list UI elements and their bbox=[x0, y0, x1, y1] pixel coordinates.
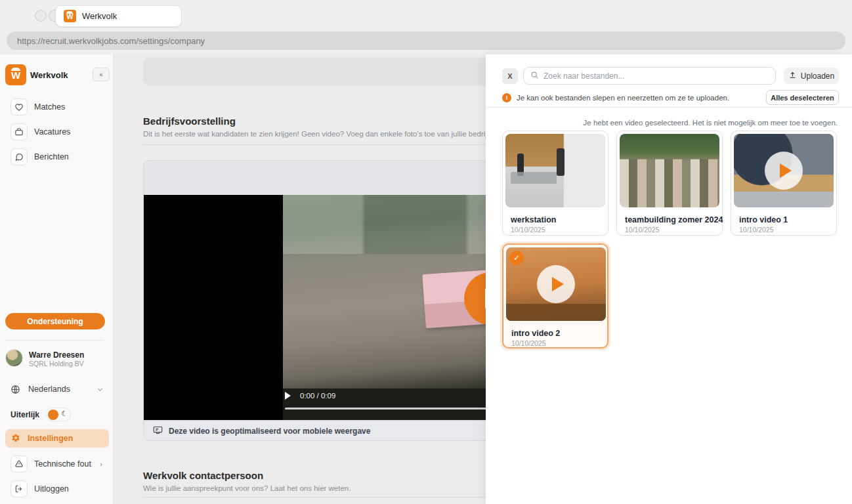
video-controls: 0:00 / 0:09 bbox=[285, 392, 335, 400]
file-picker-panel: X Uploaden ! Je kan ook bestanden slepen… bbox=[486, 54, 852, 504]
file-thumbnail bbox=[620, 134, 719, 207]
gear-icon bbox=[11, 433, 21, 444]
url-bar[interactable]: https://recruit.werkvolkjobs.com/setting… bbox=[7, 32, 845, 50]
close-panel-button[interactable]: X bbox=[502, 68, 518, 84]
language-label: Nederlands bbox=[28, 385, 89, 394]
upload-icon bbox=[788, 71, 797, 81]
deselect-all-button[interactable]: Alles deselecteren bbox=[766, 90, 839, 105]
sidebar-item-label: Matches bbox=[34, 102, 65, 112]
sidebar-divider bbox=[5, 340, 104, 341]
sidebar-item-technische-fout[interactable]: Technische fout › bbox=[5, 455, 109, 473]
panel-divider bbox=[486, 107, 852, 108]
info-text: Je kan ook bestanden slepen en neerzette… bbox=[517, 94, 729, 102]
sidebar-item-label: Berichten bbox=[34, 152, 69, 161]
heart-icon bbox=[11, 98, 28, 116]
upload-button[interactable]: Uploaden bbox=[784, 68, 839, 84]
file-thumbnail bbox=[734, 134, 834, 207]
file-date: 10/10/2025 bbox=[739, 226, 774, 234]
language-selector[interactable]: Nederlands bbox=[11, 381, 104, 397]
file-card-intro-video-2[interactable]: ✓ intro video 2 10/10/2025 bbox=[502, 243, 608, 348]
video-time: 0:00 / 0:09 bbox=[300, 392, 335, 400]
file-date: 10/10/2025 bbox=[625, 226, 660, 234]
video-note-text: Deze video is geoptimaliseerd voor mobie… bbox=[169, 427, 370, 436]
file-card-intro-video-1[interactable]: intro video 1 10/10/2025 bbox=[731, 131, 837, 236]
user-name: Warre Dreesen bbox=[29, 350, 84, 360]
file-name: intro video 1 bbox=[739, 215, 788, 224]
file-card-werkstation[interactable]: werkstation 10/10/2025 bbox=[502, 131, 608, 236]
brand-name: Werkvolk bbox=[30, 70, 68, 80]
url-text: https://recruit.werkvolkjobs.com/setting… bbox=[17, 36, 205, 46]
briefcase-icon bbox=[11, 123, 28, 140]
search-icon bbox=[530, 70, 539, 82]
section-title-bedrijfsvoorstelling: Bedrijfsvoorstelling bbox=[143, 116, 236, 127]
chevron-right-icon: › bbox=[100, 460, 102, 468]
moon-icon: ☾ bbox=[61, 410, 68, 418]
file-name: teambuilding zomer 2024 bbox=[625, 215, 723, 224]
selection-note: Je hebt een video geselecteerd. Het is n… bbox=[584, 119, 838, 127]
warning-icon bbox=[11, 455, 28, 472]
browser-tab[interactable]: WerkvolkW Werkvolk bbox=[55, 5, 182, 27]
user-avatar[interactable] bbox=[5, 349, 23, 367]
sidebar-item-label: Instellingen bbox=[28, 434, 109, 443]
file-name: intro video 2 bbox=[511, 329, 560, 338]
light-mode-knob bbox=[48, 410, 58, 420]
werkvolk-favicon: WerkvolkW bbox=[64, 10, 76, 22]
sidebar-item-instellingen[interactable]: Instellingen bbox=[5, 429, 109, 448]
user-company: SQRL Holding BV bbox=[29, 360, 84, 368]
werkvolk-logo: W bbox=[5, 64, 26, 85]
sidebar: W Werkvolk « Matches Vacatures Berichten… bbox=[0, 54, 114, 504]
upload-label: Uploaden bbox=[801, 72, 834, 81]
search-input[interactable] bbox=[543, 72, 754, 81]
appearance-label: Uiterlijk bbox=[11, 410, 39, 419]
tab-title: Werkvolk bbox=[82, 11, 117, 21]
logout-icon bbox=[11, 480, 28, 497]
globe-icon bbox=[11, 385, 20, 394]
drag-drop-info: ! Je kan ook bestanden slepen en neerzet… bbox=[502, 93, 729, 102]
play-overlay-icon bbox=[537, 265, 575, 303]
play-icon[interactable] bbox=[285, 392, 291, 400]
section-title-contactpersoon: Werkvolk contactpersoon bbox=[143, 470, 263, 481]
support-button[interactable]: Ondersteuning bbox=[5, 313, 105, 329]
sidebar-item-berichten[interactable]: Berichten bbox=[5, 147, 109, 167]
sidebar-item-label: Technische fout bbox=[34, 459, 93, 469]
file-card-teambuilding[interactable]: teambuilding zomer 2024 10/10/2025 bbox=[616, 131, 723, 236]
section-subtitle: Wie is jullie aanspreekpunt voor ons? La… bbox=[143, 484, 351, 492]
sidebar-item-label: Vacatures bbox=[34, 127, 70, 136]
chevron-down-icon bbox=[96, 386, 104, 393]
appearance-setting: Uiterlijk ☾ bbox=[11, 408, 71, 421]
sidebar-collapse-button[interactable]: « bbox=[93, 68, 110, 81]
chat-icon bbox=[11, 148, 28, 165]
theme-toggle[interactable]: ☾ bbox=[46, 408, 71, 421]
browser-chrome: WerkvolkW Werkvolk https://recruit.werkv… bbox=[0, 0, 852, 54]
file-name: werkstation bbox=[511, 215, 556, 224]
file-date: 10/10/2025 bbox=[511, 226, 545, 234]
file-thumbnail bbox=[505, 134, 605, 207]
sidebar-item-label: Uitloggen bbox=[34, 484, 109, 494]
file-search bbox=[523, 67, 776, 85]
selected-check-icon: ✓ bbox=[509, 251, 524, 265]
sidebar-item-vacatures[interactable]: Vacatures bbox=[5, 122, 109, 142]
sidebar-item-uitloggen[interactable]: Uitloggen bbox=[5, 480, 109, 498]
sidebar-item-matches[interactable]: Matches bbox=[5, 97, 109, 117]
window-close-button[interactable] bbox=[35, 10, 47, 22]
info-icon: ! bbox=[502, 93, 511, 102]
file-date: 10/10/2025 bbox=[511, 339, 546, 347]
section-subtitle: Dit is het eerste wat kandidaten te zien… bbox=[143, 130, 535, 138]
mobile-screen-icon bbox=[153, 425, 163, 437]
play-overlay-icon bbox=[765, 152, 803, 190]
